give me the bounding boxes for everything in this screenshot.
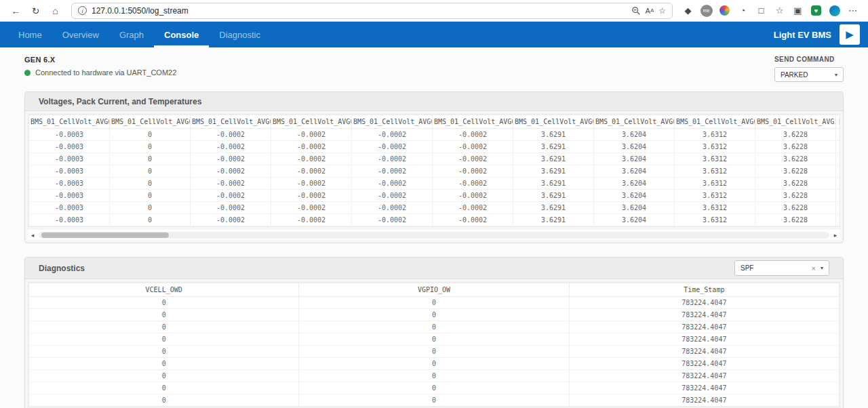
more-options-icon[interactable]: ⋯ [844,2,861,19]
back-button[interactable]: ← [7,2,25,20]
diagnostics-table-viewport: VCELL_OWDVGPIO_OWTime_Stamp00783224.4047… [28,282,840,407]
table-row: -0.00030-0.0002-0.0002-0.0002-0.00023.62… [29,214,841,226]
table-row: 00783224.4047 [29,358,840,370]
app-brand: Light EV BMS [774,30,831,40]
column-header: VCELL_OWD [29,283,299,297]
scrollbar-track[interactable] [39,232,829,239]
table-cell: 0 [299,346,569,358]
table-cell: -0.0002 [271,153,352,165]
zoom-out-icon[interactable] [631,6,641,16]
send-command-select[interactable]: PARKED ▾ [774,67,844,82]
table-cell: 0 [29,297,299,309]
table-cell: 0 [110,141,191,153]
table-cell: 3.6291 [513,178,594,190]
table-row: 00783224.4047 [29,333,840,346]
voltages-card: Voltages, Pack Current, and Temperatures… [24,91,844,243]
table-cell: 0 [29,382,299,394]
table-cell: 3.6228 [755,214,836,226]
profile-avatar[interactable]: me [698,2,715,19]
text-size-icon[interactable]: AA [646,7,654,15]
url-text[interactable]: 127.0.0.1:5050/log_stream [92,6,627,16]
table-cell: -0.0003 [29,214,110,226]
table-row: 00783224.4047 [29,346,840,358]
table-cell: -0.0002 [433,190,513,202]
clear-icon[interactable]: × [812,264,816,272]
table-row: 00783224.4047 [29,309,840,321]
table-cell: 0 [299,394,569,407]
tab-overview[interactable]: Overview [52,22,109,47]
diagnostics-filter-select[interactable]: SPF × ▾ [734,260,829,276]
table-row: -0.00030-0.0002-0.0002-0.0002-0.00023.62… [29,202,841,214]
home-button[interactable]: ⌂ [46,2,64,20]
table-cell: 3.6312 [675,165,755,178]
table-row: 00783224.4047 [29,297,840,309]
home-icon: ⌂ [52,5,58,16]
tab-diagnostic[interactable]: Diagnostic [209,22,271,47]
tab-console[interactable]: Console [154,22,209,47]
table-cell: 0 [110,129,191,141]
table-row: 00783224.4047 [29,394,840,407]
table-cell: -0.0003 [29,202,110,214]
table-cell: -0.0002 [352,190,433,202]
horizontal-scrollbar[interactable]: ◂ ▸ [28,230,840,240]
connection-text: Connected to hardware via UART_COM22 [35,68,176,77]
table-cell: 3.6204 [594,214,675,226]
table-cell [836,141,841,153]
history-icon[interactable]: ◔ [734,2,751,19]
table-cell: 0 [299,321,569,333]
table-cell: -0.0002 [352,153,433,165]
table-row: -0.00030-0.0002-0.0002-0.0002-0.00023.62… [29,129,841,141]
table-cell: 3.6312 [675,190,755,202]
table-cell: 3.6228 [755,129,836,141]
column-header: BMS_01_CellVolt_AVG08 [594,115,675,129]
table-cell: 0 [110,153,191,165]
table-row: 00783224.4047 [29,382,840,394]
table-cell [836,153,841,165]
table-cell: -0.0002 [191,165,271,178]
table-header-row: VCELL_OWDVGPIO_OWTime_Stamp [29,283,840,297]
table-cell [836,202,841,214]
table-row: -0.00030-0.0002-0.0002-0.0002-0.00023.62… [29,153,841,165]
chevron-down-icon: ▾ [835,72,837,78]
tab-graph[interactable]: Graph [109,22,154,47]
copilot-icon[interactable] [826,2,843,19]
scroll-right-arrow-icon[interactable]: ▸ [831,232,840,239]
table-cell: 783224.4047 [569,370,839,382]
table-cell: 0 [110,190,191,202]
tab-home[interactable]: Home [8,22,52,47]
table-cell: 3.6204 [594,202,675,214]
table-cell: -0.0002 [271,129,352,141]
voltages-card-title: Voltages, Pack Current, and Temperatures [25,92,843,111]
table-cell: -0.0002 [271,214,352,226]
diagnostics-table: VCELL_OWDVGPIO_OWTime_Stamp00783224.4047… [28,283,840,407]
favorite-star-icon[interactable]: ☆ [658,6,666,16]
extension-palette-icon[interactable] [716,2,733,19]
play-icon: ▶ [846,28,854,41]
table-cell: 783224.4047 [569,333,839,346]
play-button[interactable]: ▶ [840,24,860,45]
table-cell: 3.6204 [594,141,675,153]
table-cell: 3.6228 [755,153,836,165]
site-info-icon[interactable]: i [78,6,87,15]
table-cell: 783224.4047 [569,321,839,333]
generation-label: GEN 6.X [24,56,176,64]
collections-icon[interactable]: ▣ [789,2,806,19]
column-header: BMS_01_CellVolt_AVG10 [755,115,836,129]
table-cell: -0.0003 [29,190,110,202]
address-bar[interactable]: i 127.0.0.1:5050/log_stream AA ☆ [71,3,673,19]
table-cell [836,165,841,178]
refresh-button[interactable]: ↻ [26,2,45,20]
table-cell: 783224.4047 [569,358,839,370]
table-cell: -0.0002 [433,202,513,214]
extension-gem-icon[interactable]: ◆ [679,2,696,19]
table-cell: 3.6204 [594,190,675,202]
favorites-icon[interactable]: ☆ [771,2,788,19]
scrollbar-thumb[interactable] [41,232,169,238]
split-screen-icon[interactable]: □ [753,2,770,19]
navbar-right: Light EV BMS ▶ [774,24,860,45]
table-cell: 3.6312 [675,129,755,141]
browser-essentials-icon[interactable]: ♥ [808,2,825,19]
table-row: -0.00030-0.0002-0.0002-0.0002-0.00023.62… [29,165,841,178]
scroll-left-arrow-icon[interactable]: ◂ [28,232,37,239]
avatar-initials: me [701,5,713,17]
